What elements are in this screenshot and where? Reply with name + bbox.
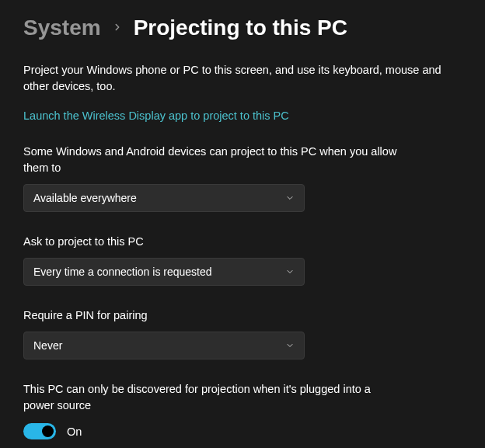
- dropdown-value: Never: [33, 339, 62, 352]
- ask-to-project-dropdown[interactable]: Every time a connection is requested: [23, 258, 305, 286]
- allow-projection-dropdown[interactable]: Available everywhere: [23, 184, 305, 212]
- page-title: Projecting to this PC: [134, 16, 347, 40]
- toggle-row: On: [23, 423, 462, 439]
- require-pin-dropdown[interactable]: Never: [23, 332, 305, 359]
- setting-label: This PC can only be discovered for proje…: [23, 381, 404, 414]
- setting-allow-projection: Some Windows and Android devices can pro…: [23, 144, 462, 212]
- setting-label: Ask to project to this PC: [23, 234, 404, 250]
- launch-wireless-display-link[interactable]: Launch the Wireless Display app to proje…: [23, 109, 289, 122]
- setting-ask-to-project: Ask to project to this PC Every time a c…: [23, 234, 462, 286]
- chevron-down-icon: [285, 267, 295, 276]
- discovery-toggle[interactable]: [23, 423, 56, 439]
- setting-label: Some Windows and Android devices can pro…: [23, 144, 404, 176]
- chevron-down-icon: [285, 193, 295, 203]
- chevron-down-icon: [285, 341, 295, 350]
- page-description: Project your Windows phone or PC to this…: [23, 62, 459, 95]
- toggle-knob: [42, 425, 54, 437]
- chevron-right-icon: [112, 20, 123, 36]
- dropdown-value: Available everywhere: [33, 192, 137, 204]
- setting-require-pin: Require a PIN for pairing Never: [23, 307, 462, 359]
- breadcrumb: System Projecting to this PC: [23, 16, 462, 40]
- toggle-state-label: On: [67, 425, 82, 438]
- breadcrumb-parent[interactable]: System: [23, 16, 101, 40]
- dropdown-value: Every time a connection is requested: [33, 266, 212, 278]
- setting-label: Require a PIN for pairing: [23, 307, 404, 324]
- setting-discovery: This PC can only be discovered for proje…: [23, 381, 462, 439]
